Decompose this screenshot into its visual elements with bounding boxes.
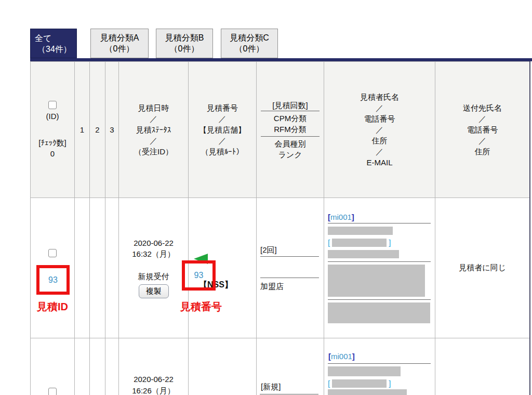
- tab-category-b-count: （0件）: [170, 44, 200, 55]
- row2-cell-recipient: [435, 338, 530, 395]
- row1-store: 【NSS】: [199, 280, 233, 291]
- tab-category-c-label: 見積分類C: [230, 33, 269, 44]
- estimate-number-link[interactable]: 93: [194, 271, 204, 280]
- tab-all[interactable]: 全て （34件）: [30, 29, 77, 58]
- member-code-link[interactable]: [mi001]: [328, 213, 354, 221]
- divider: [328, 363, 431, 364]
- row2-cell-customer: [mi001] [ ]: [324, 338, 435, 395]
- row2-checkbox[interactable]: [48, 388, 57, 395]
- row1-cell-number: 93 【NSS】 見積番号: [189, 198, 257, 338]
- estimate-id-annotation-label: 見積ID: [31, 300, 74, 314]
- row1-count: [2回]: [260, 244, 277, 255]
- row2-time: 16:26（月）: [119, 386, 188, 395]
- customer-header-line3: 住所: [372, 135, 388, 146]
- number-header-line1: 見積番号: [207, 102, 238, 113]
- number-header-line2: 【見積店舗】: [199, 124, 246, 135]
- divider: [328, 261, 431, 262]
- tab-category-c[interactable]: 見積分類C （0件）: [221, 29, 278, 58]
- tab-category-a[interactable]: 見積分類A （0件）: [90, 29, 149, 58]
- datetime-header-line3: （受注ID）: [134, 146, 173, 157]
- recipient-header-line3: 住所: [475, 146, 490, 157]
- count-header-line5: ランク: [278, 149, 302, 160]
- bracket: ]: [352, 213, 354, 221]
- redacted-bar: [328, 250, 399, 258]
- divider: [328, 299, 431, 300]
- row1-cell-2: [90, 198, 105, 338]
- row1-route: 加盟店: [260, 281, 284, 292]
- header-cell-recipient: 送付先氏名 ／ 電話番号 ／ 住所: [435, 62, 530, 198]
- check-count-label: [ﾁｪｯｸ数]: [38, 137, 66, 148]
- divider: [261, 111, 320, 111]
- redacted-bar: [332, 239, 387, 247]
- row2-cell-id: [31, 338, 75, 395]
- tab-category-a-count: （0件）: [105, 44, 135, 55]
- count-header-line1: [見積回数]: [272, 100, 308, 111]
- redacted-link[interactable]: [ ]: [328, 238, 391, 247]
- divider: [260, 394, 318, 394]
- redacted-bar: [328, 389, 407, 395]
- table-row: 2020-06-22 16:26（月） [新規] [mi001] [ ]: [31, 338, 530, 395]
- col-3-label: 3: [110, 125, 114, 134]
- row1-status: 新規受付: [138, 271, 169, 282]
- number-header-line3: （見積ﾙｰﾄ）: [201, 146, 244, 157]
- divider: [260, 256, 319, 257]
- datetime-header-line2: 見積ｽﾃｰﾀｽ: [136, 124, 171, 135]
- slash: ／: [219, 113, 227, 124]
- estimate-id-link[interactable]: 93: [48, 275, 58, 285]
- row1-date: 2020-06-22: [134, 238, 174, 248]
- row1-checkbox[interactable]: [48, 249, 57, 257]
- row1-time: 16:32（月）: [132, 248, 175, 259]
- slash: ／: [478, 113, 486, 124]
- recipient-header-line1: 送付先氏名: [463, 102, 502, 113]
- row2-cell-datetime: 2020-06-22 16:26（月）: [119, 338, 189, 395]
- row1-cell-datetime: 2020-06-22 16:32（月） 新規受付 複製: [119, 198, 189, 338]
- slash: ／: [376, 146, 383, 157]
- header-cell-customer: 見積者氏名 ／ 電話番号 ／ 住所 ／ E-MAIL: [324, 62, 435, 198]
- header-cell-number: 見積番号 ／ 【見積店舗】 ／ （見積ﾙｰﾄ）: [189, 62, 257, 198]
- bracket: [: [328, 238, 330, 247]
- redacted-link[interactable]: [ ]: [328, 379, 391, 388]
- header-cell-2: 2: [90, 62, 105, 198]
- member-code-link[interactable]: [mi001]: [328, 352, 355, 361]
- tab-category-c-count: （0件）: [235, 44, 264, 55]
- col-1-label: 1: [80, 125, 84, 134]
- row2-cell-number: [189, 338, 257, 395]
- estimate-number-annotation-label: 見積番号: [180, 300, 222, 314]
- recipient-header-line2: 電話番号: [467, 124, 498, 135]
- row1-recipient: 見積者に同じ: [459, 263, 506, 272]
- estimate-table: (ID) [ﾁｪｯｸ数] 0 1 2 3 見積日時 ／ 見積ｽﾃｰﾀｽ ／ （受…: [30, 61, 530, 395]
- slash: ／: [150, 135, 157, 146]
- green-flag-icon: [194, 254, 208, 264]
- redacted-block: [328, 265, 425, 297]
- id-header-label: (ID): [46, 111, 59, 122]
- divider: [260, 278, 319, 278]
- row2-cell-2: [90, 338, 105, 395]
- copy-button[interactable]: 複製: [139, 284, 169, 298]
- row2-count: [新規]: [261, 382, 281, 392]
- row2-cell-count: [新規]: [257, 338, 324, 395]
- redacted-bar: [328, 302, 430, 323]
- row1-cell-customer: [mi001] [ ]: [324, 198, 435, 338]
- customer-header-line2: 電話番号: [364, 113, 395, 124]
- count-header-line3: RFM分類: [274, 124, 307, 135]
- member-code: mi001: [330, 213, 352, 221]
- row1-cell-1: [75, 198, 90, 338]
- row2-date: 2020-06-22: [119, 375, 188, 384]
- count-header-line4: 会員種別: [275, 138, 306, 149]
- redacted-bar: [328, 366, 401, 376]
- tab-category-b[interactable]: 見積分類B （0件）: [156, 29, 213, 58]
- row1-cell-id: 93 見積ID: [31, 198, 75, 338]
- count-header-line2: CPM分類: [274, 113, 307, 124]
- customer-header-line1: 見積者氏名: [360, 91, 399, 102]
- customer-header-line4: E-MAIL: [366, 157, 392, 168]
- row2-cell-1: [75, 338, 90, 395]
- row1-cell-count: [2回] 加盟店: [257, 198, 324, 338]
- redacted-bar: [328, 227, 393, 235]
- check-count-value: 0: [50, 148, 55, 159]
- member-code: mi001: [331, 352, 352, 361]
- select-all-checkbox[interactable]: [48, 101, 57, 109]
- slash: ／: [219, 135, 227, 146]
- header-cell-id: (ID) [ﾁｪｯｸ数] 0: [31, 62, 75, 198]
- slash: ／: [376, 124, 383, 135]
- tab-all-count: （34件）: [35, 44, 76, 55]
